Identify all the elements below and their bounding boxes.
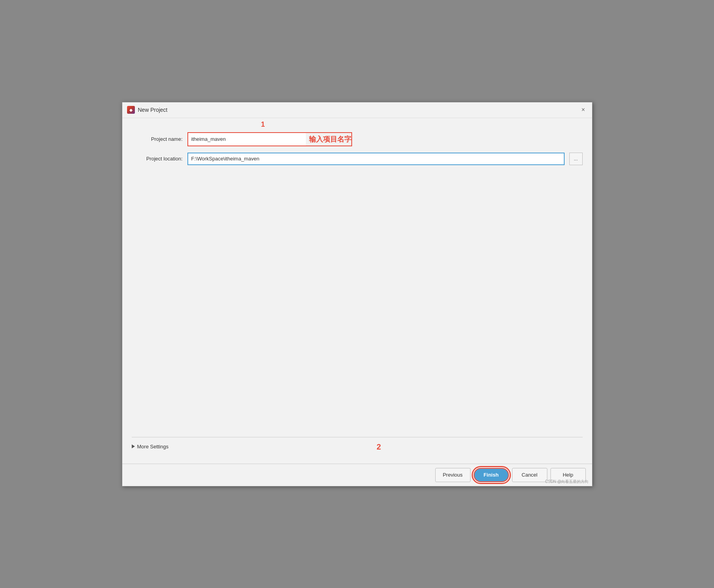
dialog-title: New Project	[138, 107, 167, 113]
project-location-input[interactable]	[187, 153, 565, 165]
main-content-area	[132, 171, 583, 431]
title-bar-left: ◆ New Project	[127, 106, 167, 114]
csdn-watermark: CSDN @向看五星的方向	[545, 479, 589, 484]
new-project-dialog: ◆ New Project × 1 Project name: 输入项目名字 P…	[122, 102, 592, 486]
annotation-badge-2: 2	[377, 442, 381, 451]
annotation-badge-1: 1	[261, 120, 265, 129]
intellij-logo: ◆	[127, 106, 135, 114]
title-bar: ◆ New Project ×	[122, 102, 592, 118]
project-name-label: Project name:	[132, 136, 183, 142]
project-location-label: Project location:	[132, 156, 183, 162]
previous-button[interactable]: Previous	[435, 468, 471, 482]
dialog-footer: 2 Previous Finish Cancel Help	[122, 464, 592, 486]
more-settings-section: More Settings	[132, 437, 583, 456]
browse-button[interactable]: ...	[569, 153, 583, 165]
project-name-input[interactable]	[188, 133, 306, 146]
project-name-annotation: 输入项目名字	[309, 135, 351, 144]
finish-button[interactable]: Finish	[474, 468, 509, 482]
dialog-body: 1 Project name: 输入项目名字 Project location:…	[122, 118, 592, 464]
close-button[interactable]: ×	[580, 106, 587, 114]
project-name-row: Project name: 输入项目名字	[132, 132, 583, 146]
triangle-icon	[132, 444, 135, 448]
app-logo-icon: ◆	[127, 106, 135, 114]
more-settings-toggle[interactable]: More Settings	[132, 442, 583, 451]
project-location-row: Project location: ...	[132, 153, 583, 165]
cancel-button[interactable]: Cancel	[512, 468, 547, 482]
more-settings-label: More Settings	[137, 444, 169, 450]
